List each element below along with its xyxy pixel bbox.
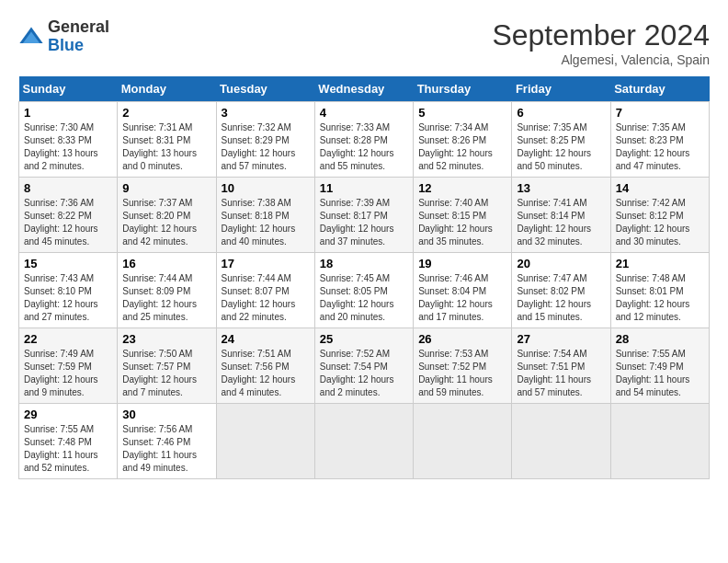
day-info: Sunrise: 7:31 AMSunset: 8:31 PMDaylight:… <box>122 121 210 173</box>
header-tuesday: Tuesday <box>216 76 314 102</box>
day-info: Sunrise: 7:41 AMSunset: 8:14 PMDaylight:… <box>517 197 605 248</box>
header-row: SundayMondayTuesdayWednesdayThursdayFrid… <box>19 76 710 102</box>
day-info: Sunrise: 7:42 AMSunset: 8:12 PMDaylight:… <box>616 197 704 248</box>
day-number: 27 <box>517 332 605 346</box>
calendar-cell: 12 Sunrise: 7:40 AMSunset: 8:15 PMDaylig… <box>414 178 512 253</box>
day-info: Sunrise: 7:48 AMSunset: 8:01 PMDaylight:… <box>616 272 704 324</box>
day-number: 28 <box>616 332 704 346</box>
week-row-4: 22 Sunrise: 7:49 AMSunset: 7:59 PMDaylig… <box>19 328 710 404</box>
day-number: 12 <box>418 181 506 195</box>
day-info: Sunrise: 7:54 AMSunset: 7:51 PMDaylight:… <box>517 348 605 399</box>
calendar-cell <box>610 404 709 479</box>
day-number: 13 <box>517 181 605 195</box>
logo-blue: Blue <box>48 37 109 55</box>
day-info: Sunrise: 7:30 AMSunset: 8:33 PMDaylight:… <box>24 121 112 173</box>
calendar-cell: 30 Sunrise: 7:56 AMSunset: 7:46 PMDaylig… <box>118 404 216 479</box>
calendar-cell <box>414 404 512 479</box>
day-info: Sunrise: 7:50 AMSunset: 7:57 PMDaylight:… <box>122 348 210 399</box>
logo: General Blue <box>18 18 109 55</box>
logo-icon <box>18 24 44 50</box>
day-info: Sunrise: 7:38 AMSunset: 8:18 PMDaylight:… <box>222 197 310 248</box>
day-info: Sunrise: 7:40 AMSunset: 8:15 PMDaylight:… <box>418 197 506 248</box>
day-number: 3 <box>222 106 310 120</box>
calendar-cell: 9 Sunrise: 7:37 AMSunset: 8:20 PMDayligh… <box>118 178 216 253</box>
month-title: September 2024 <box>492 18 710 52</box>
calendar-cell: 18 Sunrise: 7:45 AMSunset: 8:05 PMDaylig… <box>314 253 413 328</box>
calendar-cell: 27 Sunrise: 7:54 AMSunset: 7:51 PMDaylig… <box>512 328 610 404</box>
day-info: Sunrise: 7:51 AMSunset: 7:56 PMDaylight:… <box>222 348 310 399</box>
title-block: September 2024 Algemesi, Valencia, Spain <box>492 18 710 67</box>
calendar-cell: 13 Sunrise: 7:41 AMSunset: 8:14 PMDaylig… <box>512 178 610 253</box>
day-number: 22 <box>24 332 112 346</box>
day-number: 21 <box>616 257 704 270</box>
day-number: 30 <box>122 408 210 421</box>
calendar-cell <box>216 404 314 479</box>
day-info: Sunrise: 7:44 AMSunset: 8:09 PMDaylight:… <box>122 272 210 324</box>
day-info: Sunrise: 7:43 AMSunset: 8:10 PMDaylight:… <box>24 272 112 324</box>
day-number: 11 <box>320 181 408 195</box>
calendar-cell: 8 Sunrise: 7:36 AMSunset: 8:22 PMDayligh… <box>19 178 118 253</box>
calendar-cell: 7 Sunrise: 7:35 AMSunset: 8:23 PMDayligh… <box>610 102 709 178</box>
day-number: 24 <box>222 332 310 346</box>
day-info: Sunrise: 7:37 AMSunset: 8:20 PMDaylight:… <box>122 197 210 248</box>
day-info: Sunrise: 7:52 AMSunset: 7:54 PMDaylight:… <box>320 348 408 399</box>
day-info: Sunrise: 7:34 AMSunset: 8:26 PMDaylight:… <box>418 121 506 173</box>
day-number: 26 <box>418 332 506 346</box>
calendar-cell: 11 Sunrise: 7:39 AMSunset: 8:17 PMDaylig… <box>314 178 413 253</box>
day-number: 18 <box>320 257 408 270</box>
calendar-cell: 22 Sunrise: 7:49 AMSunset: 7:59 PMDaylig… <box>19 328 118 404</box>
calendar-cell <box>512 404 610 479</box>
calendar-table: SundayMondayTuesdayWednesdayThursdayFrid… <box>18 76 710 479</box>
day-info: Sunrise: 7:56 AMSunset: 7:46 PMDaylight:… <box>122 423 210 475</box>
day-number: 8 <box>24 181 112 195</box>
calendar-cell: 20 Sunrise: 7:47 AMSunset: 8:02 PMDaylig… <box>512 253 610 328</box>
header-monday: Monday <box>118 76 216 102</box>
day-info: Sunrise: 7:44 AMSunset: 8:07 PMDaylight:… <box>222 272 310 324</box>
day-number: 7 <box>616 106 704 120</box>
day-number: 15 <box>24 257 112 270</box>
calendar-cell: 2 Sunrise: 7:31 AMSunset: 8:31 PMDayligh… <box>118 102 216 178</box>
week-row-5: 29 Sunrise: 7:55 AMSunset: 7:48 PMDaylig… <box>19 404 710 479</box>
day-info: Sunrise: 7:53 AMSunset: 7:52 PMDaylight:… <box>418 348 506 399</box>
calendar-cell <box>314 404 413 479</box>
week-row-3: 15 Sunrise: 7:43 AMSunset: 8:10 PMDaylig… <box>19 253 710 328</box>
day-info: Sunrise: 7:45 AMSunset: 8:05 PMDaylight:… <box>320 272 408 324</box>
day-number: 23 <box>122 332 210 346</box>
page-header: General Blue September 2024 Algemesi, Va… <box>18 18 710 67</box>
day-number: 9 <box>122 181 210 195</box>
day-number: 1 <box>24 106 112 120</box>
day-info: Sunrise: 7:47 AMSunset: 8:02 PMDaylight:… <box>517 272 605 324</box>
day-number: 2 <box>122 106 210 120</box>
day-number: 16 <box>122 257 210 270</box>
day-info: Sunrise: 7:49 AMSunset: 7:59 PMDaylight:… <box>24 348 112 399</box>
calendar-cell: 5 Sunrise: 7:34 AMSunset: 8:26 PMDayligh… <box>414 102 512 178</box>
header-thursday: Thursday <box>414 76 512 102</box>
week-row-1: 1 Sunrise: 7:30 AMSunset: 8:33 PMDayligh… <box>19 102 710 178</box>
day-number: 4 <box>320 106 408 120</box>
day-number: 10 <box>222 181 310 195</box>
day-number: 19 <box>418 257 506 270</box>
day-info: Sunrise: 7:55 AMSunset: 7:49 PMDaylight:… <box>616 348 704 399</box>
header-friday: Friday <box>512 76 610 102</box>
day-info: Sunrise: 7:36 AMSunset: 8:22 PMDaylight:… <box>24 197 112 248</box>
calendar-cell: 3 Sunrise: 7:32 AMSunset: 8:29 PMDayligh… <box>216 102 314 178</box>
calendar-cell: 15 Sunrise: 7:43 AMSunset: 8:10 PMDaylig… <box>19 253 118 328</box>
day-number: 14 <box>616 181 704 195</box>
day-number: 25 <box>320 332 408 346</box>
calendar-cell: 16 Sunrise: 7:44 AMSunset: 8:09 PMDaylig… <box>118 253 216 328</box>
calendar-cell: 1 Sunrise: 7:30 AMSunset: 8:33 PMDayligh… <box>19 102 118 178</box>
header-saturday: Saturday <box>610 76 709 102</box>
day-info: Sunrise: 7:55 AMSunset: 7:48 PMDaylight:… <box>24 423 112 475</box>
calendar-cell: 29 Sunrise: 7:55 AMSunset: 7:48 PMDaylig… <box>19 404 118 479</box>
day-info: Sunrise: 7:46 AMSunset: 8:04 PMDaylight:… <box>418 272 506 324</box>
calendar-cell: 19 Sunrise: 7:46 AMSunset: 8:04 PMDaylig… <box>414 253 512 328</box>
calendar-cell: 21 Sunrise: 7:48 AMSunset: 8:01 PMDaylig… <box>610 253 709 328</box>
day-info: Sunrise: 7:35 AMSunset: 8:25 PMDaylight:… <box>517 121 605 173</box>
calendar-cell: 24 Sunrise: 7:51 AMSunset: 7:56 PMDaylig… <box>216 328 314 404</box>
day-info: Sunrise: 7:39 AMSunset: 8:17 PMDaylight:… <box>320 197 408 248</box>
logo-general: General <box>48 18 109 37</box>
calendar-cell: 4 Sunrise: 7:33 AMSunset: 8:28 PMDayligh… <box>314 102 413 178</box>
day-number: 20 <box>517 257 605 270</box>
calendar-cell: 26 Sunrise: 7:53 AMSunset: 7:52 PMDaylig… <box>414 328 512 404</box>
day-number: 29 <box>24 408 112 421</box>
